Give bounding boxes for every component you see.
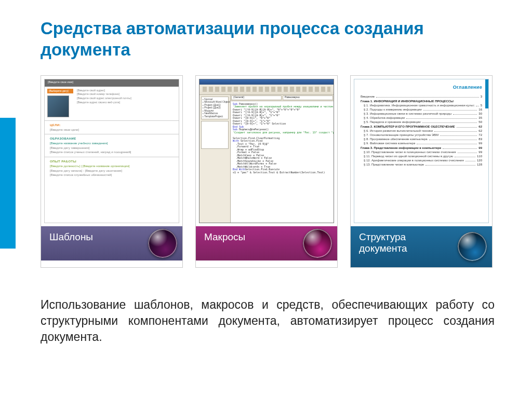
toc-line-label: Глава 3. Представление информации в комп…: [361, 146, 441, 149]
toc-line-label: § 10. Представление чисел в позиционных …: [361, 150, 456, 154]
toc-line: Введение3: [361, 95, 482, 98]
slide-side-accent: [0, 118, 16, 249]
toc-line: § 12. Арифметические операции в позицион…: [361, 159, 482, 162]
template-experience-line: [Введите список служебных обязанностей]: [50, 173, 174, 177]
toc-line: Глава 3. Представление информации в комп…: [361, 146, 482, 149]
template-contact-line: [Введите свой адрес]: [77, 89, 176, 93]
template-preview: [Введите свое имя] [Выберите дату] [Введ…: [44, 79, 179, 223]
card-macros-label: Макросы: [204, 231, 245, 242]
template-name-field: [Введите свое имя]: [45, 79, 179, 87]
toc-line-page: 99: [478, 142, 482, 145]
toc-line-label: § 2. Подходы к измерению информации: [361, 108, 422, 111]
vba-properties-pane: [201, 121, 229, 149]
tpl-heading-goals: ЦЕЛИ:: [50, 123, 174, 128]
card-macros-bar: Макросы: [196, 226, 337, 260]
toc-line: § 10. Представление чисел в позиционных …: [361, 150, 482, 154]
card-templates-label: Шаблоны: [49, 231, 93, 242]
toc-line-label: § 12. Арифметические операции в позицион…: [361, 159, 464, 162]
toc-line: § 13. Представление чисел в компьютере12…: [361, 163, 482, 166]
toc-line-label: Глава 2. КОМПЬЮТЕР И ЕГО ПРОГРАММНОЕ ОБЕ…: [361, 125, 455, 128]
slide-content: Средства автоматизации процесса создания…: [0, 0, 532, 345]
toc-line: § 2. Подходы к измерению информации16: [361, 108, 482, 111]
toc-line-page: 16: [478, 108, 482, 111]
toc-line: § 3. Информационные связи в системах раз…: [361, 112, 482, 115]
vba-tree-item: TemplateProject: [203, 115, 227, 118]
template-contact-line: [Введите свой адрес электронной почты]: [77, 97, 176, 101]
toc-line-page: 3: [481, 95, 482, 98]
vba-titlebar: [200, 79, 334, 85]
template-photo-placeholder: [47, 95, 69, 117]
card-structure-bar: Структура документа: [351, 226, 492, 268]
toc-line-label: § 13. Представление чисел в компьютере: [361, 163, 424, 166]
vba-code-pane: Sub Равномерно() 'Заменяет пробел на нер…: [231, 101, 334, 223]
toc-line: § 9. Файловая система компьютера99: [361, 142, 482, 145]
vba-combo-right: Равномерно: [283, 95, 333, 100]
template-date-field: [Выберите дату]: [47, 89, 73, 94]
toc-line-label: § 8. Программное обеспечение компьютера: [361, 138, 428, 141]
card-macros-thumb: NormalMicrosoft Word ObjectsProject (Док…: [196, 76, 337, 226]
cards-row: [Введите свое имя] [Выберите дату] [Введ…: [41, 75, 497, 268]
toc-line-page: 72: [478, 133, 482, 136]
card-structure: Оглавление Введение3Глава 1. ИНФОРМАЦИЯ …: [350, 75, 493, 268]
toc-line-page: 5: [481, 104, 482, 107]
vba-combo-left: (General): [231, 95, 282, 100]
toc-line: § 4. Обработка информации35: [361, 116, 482, 119]
template-contact-line: [Введите адрес своего веб-узла]: [77, 101, 176, 105]
vba-editor-preview: NormalMicrosoft Word ObjectsProject (Док…: [199, 79, 334, 223]
template-education-line: [Введите дату завершения]: [50, 146, 174, 150]
card-structure-label: Структура документа: [359, 231, 407, 254]
template-experience-line: [Введите должность] | [Введите название …: [50, 164, 174, 169]
card-templates-bar: Шаблоны: [41, 226, 182, 260]
toc-line-page: 30: [478, 112, 482, 115]
template-education-line: [Введите список ученых степеней, наград …: [50, 150, 174, 155]
toc-line-page: 110: [477, 155, 482, 158]
toc-line-label: § 5. Передача и хранение информации: [361, 120, 421, 123]
card-structure-thumb: Оглавление Введение3Глава 1. ИНФОРМАЦИЯ …: [351, 76, 492, 226]
toc-line-label: § 3. Информационные связи в системах раз…: [361, 112, 451, 115]
card-templates-thumb: [Введите свое имя] [Выберите дату] [Введ…: [41, 76, 182, 226]
template-contact-line: [Введите свой номер телефона]: [77, 92, 176, 97]
tpl-heading-education: ОБРАЗОВАНИЕ: [50, 136, 174, 141]
toc-line-page: 35: [478, 116, 482, 119]
toc-line-page: 62: [478, 129, 482, 132]
toc-line-page: 99: [478, 150, 482, 154]
toc-line: Глава 1. ИНФОРМАЦИЯ И ИНФОРМАЦИОННЫЕ ПРО…: [361, 100, 482, 103]
slide-description: Использование шаблонов, макросов и средс…: [41, 297, 497, 345]
toc-line: § 1. Информатика. Информационная грамотн…: [361, 104, 482, 107]
toc-line: § 7. Основополагающие принципы устройств…: [361, 133, 482, 136]
toc-line-label: § 11. Перевод чисел из одной позиционной…: [361, 155, 453, 158]
toc-line-label: § 9. Файловая система компьютера: [361, 142, 415, 145]
toc-line-page: 128: [477, 163, 482, 166]
toc-line-label: § 4. Обработка информации: [361, 116, 405, 119]
toc-line-page: 83: [478, 138, 482, 141]
template-contact-block: [Введите свой адрес][Введите свой номер …: [77, 87, 179, 120]
toc-line-page: 99: [478, 146, 482, 149]
tpl-goals-line: [Введите свои цели]: [50, 128, 174, 132]
toc-line-page: 62: [478, 125, 482, 128]
orb-icon: [303, 229, 332, 258]
toc-line-page: 50: [478, 120, 482, 123]
toc-line-label: § 6. История развития вычислительной тех…: [361, 129, 433, 132]
orb-icon: [148, 229, 177, 258]
toc-line: § 6. История развития вычислительной тех…: [361, 129, 482, 132]
toc-line-label: Введение: [361, 95, 375, 98]
toc-line: Глава 2. КОМПЬЮТЕР И ЕГО ПРОГРАММНОЕ ОБЕ…: [361, 125, 482, 128]
toc-preview: Оглавление Введение3Глава 1. ИНФОРМАЦИЯ …: [354, 79, 489, 223]
vba-toolbar: [200, 85, 334, 95]
template-experience-line: [Введите дату начала] - [Введите дату ок…: [50, 169, 174, 173]
toc-line-label: § 7. Основополагающие принципы устройств…: [361, 133, 438, 136]
toc-title: Оглавление: [361, 85, 482, 90]
tpl-heading-experience: ОПЫТ РАБОТЫ: [50, 159, 174, 164]
toc-line: § 8. Программное обеспечение компьютера8…: [361, 138, 482, 141]
slide-title: Средства автоматизации процесса создания…: [41, 18, 497, 61]
card-templates: [Введите свое имя] [Выберите дату] [Введ…: [41, 75, 183, 268]
toc-line-label: Глава 1. ИНФОРМАЦИЯ И ИНФОРМАЦИОННЫЕ ПРО…: [361, 100, 454, 103]
toc-line-label: § 1. Информатика. Информационная грамотн…: [361, 104, 474, 107]
vba-project-tree: NormalMicrosoft Word ObjectsProject (Док…: [200, 95, 231, 223]
toc-line: § 5. Передача и хранение информации50: [361, 120, 482, 123]
toc-line-page: 120: [477, 159, 482, 162]
card-macros: NormalMicrosoft Word ObjectsProject (Док…: [195, 75, 338, 268]
toc-line: § 11. Перевод чисел из одной позиционной…: [361, 155, 482, 158]
orb-icon: [458, 232, 487, 261]
template-education-line: [Введите название учебного заведения]: [50, 141, 174, 146]
